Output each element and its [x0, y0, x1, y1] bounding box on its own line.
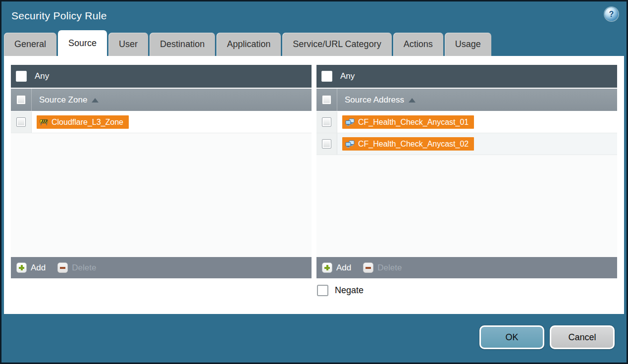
tab[interactable]: Service/URL Category — [282, 33, 391, 56]
tab-label: User — [119, 39, 138, 50]
table-row[interactable]: CF_Health_Check_Anycast_02 — [316, 133, 617, 155]
tab-label: Destination — [160, 39, 205, 50]
column-header-source-address[interactable]: Source Address — [316, 89, 617, 111]
zone-icon — [40, 119, 48, 126]
tab[interactable]: Actions — [393, 33, 443, 56]
negate-checkbox[interactable] — [317, 285, 328, 296]
row-label: CF_Health_Check_Anycast_02 — [358, 140, 469, 149]
zone-entry-pill[interactable]: Cloudflare_L3_Zone — [37, 115, 129, 129]
address-entry-pill[interactable]: CF_Health_Check_Anycast_01 — [342, 115, 474, 129]
row-body: CF_Health_Check_Anycast_01 — [337, 111, 474, 133]
header-checkbox-cell — [11, 89, 32, 111]
minus-icon — [363, 262, 373, 273]
any-checkbox[interactable] — [321, 71, 332, 82]
negate-control: Negate — [316, 285, 617, 296]
column-label: Source Address — [345, 95, 404, 105]
minus-icon — [57, 262, 68, 273]
source-address-panel: Any Source Address — [316, 65, 617, 278]
source-address-list: CF_Health_Check_Anycast_01 — [316, 111, 617, 257]
header-checkbox-cell — [316, 89, 337, 111]
row-checkbox[interactable] — [16, 117, 26, 127]
tab-label: Application — [227, 39, 270, 50]
source-address-footer: Add Delete — [316, 257, 617, 278]
dialog-content: Any Source Zone — [4, 56, 624, 314]
delete-label: Delete — [377, 263, 402, 273]
sort-asc-icon — [92, 98, 99, 103]
row-checkbox-cell — [11, 111, 32, 133]
column-header-source-zone[interactable]: Source Zone — [11, 89, 312, 111]
dialog-action-bar: OK Cancel — [1, 314, 627, 363]
plus-icon — [16, 262, 27, 273]
titlebar: Security Policy Rule ? — [1, 1, 627, 30]
delete-button[interactable]: Delete — [57, 262, 96, 273]
address-entry-pill[interactable]: CF_Health_Check_Anycast_02 — [342, 137, 474, 151]
add-button[interactable]: Add — [322, 262, 351, 273]
ok-button[interactable]: OK — [479, 325, 544, 349]
address-icon — [345, 118, 355, 126]
help-icon[interactable]: ? — [605, 7, 618, 21]
tab[interactable]: Application — [216, 33, 281, 56]
tab-label: Usage — [455, 39, 481, 50]
address-icon — [345, 140, 355, 148]
row-label: Cloudflare_L3_Zone — [52, 118, 123, 127]
tab[interactable]: Destination — [150, 33, 215, 56]
source-zone-list: Cloudflare_L3_Zone — [11, 111, 312, 257]
tab-label: Actions — [404, 39, 433, 50]
source-panels: Any Source Zone — [11, 65, 617, 278]
add-label: Add — [336, 263, 351, 273]
plus-icon — [322, 262, 332, 273]
help-glyph: ? — [609, 10, 614, 19]
negate-row: Negate — [11, 285, 617, 296]
tab-label: Source — [68, 38, 97, 49]
source-zone-footer: Add Delete — [11, 257, 312, 278]
row-checkbox[interactable] — [322, 117, 331, 127]
dialog-title: Security Policy Rule — [11, 10, 107, 22]
row-checkbox-cell — [316, 111, 337, 133]
any-label: Any — [340, 71, 355, 81]
source-zone-panel: Any Source Zone — [11, 65, 312, 278]
security-policy-rule-dialog: Security Policy Rule ? General Source Us… — [0, 0, 628, 364]
sort-asc-icon — [409, 98, 416, 103]
negate-label: Negate — [335, 285, 364, 296]
delete-label: Delete — [72, 263, 96, 273]
column-label: Source Zone — [39, 95, 87, 105]
row-body: Cloudflare_L3_Zone — [32, 111, 129, 133]
select-all-checkbox[interactable] — [16, 95, 26, 104]
delete-button[interactable]: Delete — [363, 262, 402, 273]
cancel-button[interactable]: Cancel — [550, 325, 615, 349]
table-row[interactable]: Cloudflare_L3_Zone — [11, 111, 312, 133]
source-address-any-bar: Any — [316, 65, 617, 88]
tab-label: General — [14, 39, 46, 50]
tab[interactable]: User — [108, 33, 148, 56]
any-checkbox[interactable] — [16, 71, 27, 82]
tab[interactable]: General — [4, 33, 56, 56]
add-button[interactable]: Add — [16, 262, 46, 273]
row-checkbox-cell — [316, 133, 337, 155]
any-label: Any — [35, 71, 49, 81]
add-label: Add — [31, 263, 46, 273]
source-zone-any-bar: Any — [11, 65, 312, 88]
tab-label: Service/URL Category — [293, 39, 381, 50]
table-row[interactable]: CF_Health_Check_Anycast_01 — [316, 111, 617, 133]
tab[interactable]: Source — [58, 30, 107, 56]
row-label: CF_Health_Check_Anycast_01 — [358, 118, 469, 127]
row-body: CF_Health_Check_Anycast_02 — [337, 133, 474, 155]
negate-spacer — [11, 285, 311, 296]
tab-bar: General Source User Destination Applicat… — [1, 30, 627, 56]
select-all-checkbox[interactable] — [322, 95, 331, 104]
tab[interactable]: Usage — [445, 33, 491, 56]
row-checkbox[interactable] — [322, 139, 331, 149]
